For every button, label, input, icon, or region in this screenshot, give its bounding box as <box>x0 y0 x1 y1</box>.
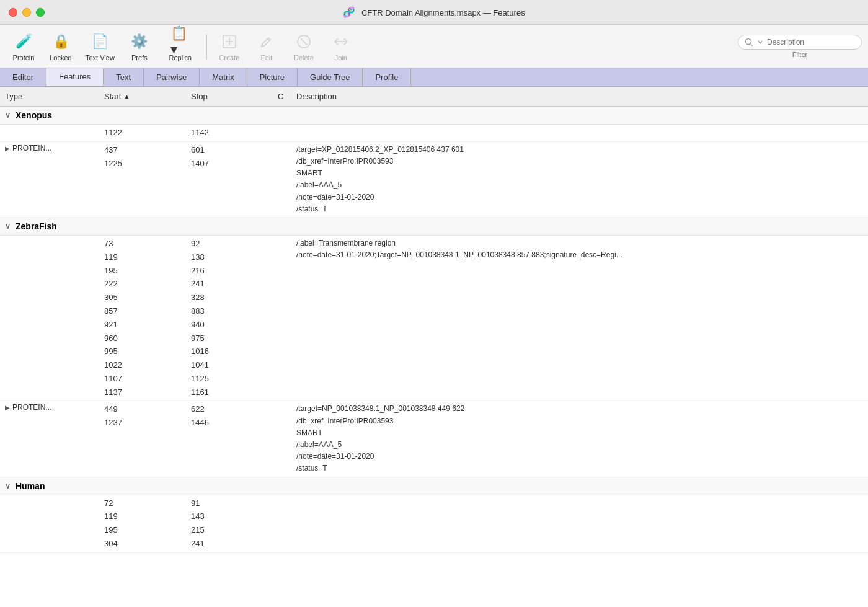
start-cell: 449 1237 <box>104 402 191 430</box>
locked-label: Locked <box>50 54 71 61</box>
tab-text[interactable]: Text <box>104 68 144 86</box>
replica-label: Replica <box>169 54 192 61</box>
table-row: 72 119 195 304 91 143 215 241 <box>0 495 868 553</box>
table-row: 73 119 195 222 305 857 921 960 995 1022 … <box>0 236 868 402</box>
start-cell: 72 119 195 304 <box>104 497 191 551</box>
toolbar: 🧪 Protein 🔒 Locked 📄 Text View ⚙️ Prefs … <box>0 25 868 68</box>
maximize-button[interactable] <box>36 8 45 17</box>
group-human-label: Human <box>16 481 45 491</box>
desc-cell <box>296 497 863 498</box>
start-cell: 1122 <box>104 126 191 140</box>
start-cell: 437 1225 <box>104 143 191 171</box>
toolbar-separator-1 <box>206 34 207 59</box>
stop-cell: 601 1407 <box>191 143 278 171</box>
tab-features[interactable]: Features <box>46 68 104 86</box>
type-cell <box>5 237 104 238</box>
tab-profile[interactable]: Profile <box>363 68 411 86</box>
edit-button[interactable]: Edit <box>249 29 284 64</box>
protein-icon: 🧪 <box>14 32 33 51</box>
prefs-button[interactable]: ⚙️ Prefs <box>122 29 157 64</box>
expand-button[interactable]: ▶ <box>5 144 10 152</box>
col-start[interactable]: Start ▲ <box>104 92 191 101</box>
locked-button[interactable]: 🔒 Locked <box>43 29 78 64</box>
window-controls <box>9 8 45 17</box>
c-cell <box>278 497 296 498</box>
group-toggle-xenopus[interactable]: ∨ <box>5 111 11 120</box>
expand-button[interactable]: ▶ <box>5 403 10 411</box>
desc-cell: /target=NP_001038348.1_NP_001038348 449 … <box>296 402 863 475</box>
group-human[interactable]: ∨ Human <box>0 477 868 495</box>
col-stop: Stop <box>191 92 278 101</box>
group-toggle-zebrafish[interactable]: ∨ <box>5 222 11 231</box>
window-title: 🧬 CFTR Domain Alignments.msapx — Feature… <box>343 6 525 18</box>
col-type: Type <box>5 92 104 101</box>
delete-button[interactable]: Delete <box>286 29 321 64</box>
tab-guide-tree[interactable]: Guide Tree <box>298 68 363 86</box>
group-xenopus-label: Xenopus <box>16 110 52 120</box>
replica-icon: 📋 ▾ <box>170 32 190 51</box>
search-icon <box>745 38 753 47</box>
edit-icon <box>257 32 277 51</box>
table-row: 1122 1142 <box>0 125 868 142</box>
search-area[interactable] <box>738 35 862 50</box>
col-c: C <box>278 92 296 101</box>
replica-button[interactable]: 📋 ▾ Replica <box>159 29 202 64</box>
type-cell <box>5 497 104 498</box>
protein-label: Protein <box>13 54 35 61</box>
delete-icon <box>294 32 314 51</box>
stop-cell: 1142 <box>191 126 278 140</box>
group-zebrafish[interactable]: ∨ ZebraFish <box>0 218 868 236</box>
main-content[interactable]: ∨ Xenopus 1122 1142 ▶ PROTEIN... 437 122… <box>0 107 868 607</box>
delete-label: Delete <box>294 54 314 61</box>
stop-cell: 92 138 216 241 328 883 940 975 1016 1041… <box>191 237 278 400</box>
search-input[interactable] <box>767 38 854 47</box>
join-icon <box>331 32 351 51</box>
c-cell <box>278 402 296 404</box>
text-view-icon: 📄 <box>90 32 110 51</box>
desc-cell <box>296 126 863 127</box>
type-cell <box>5 126 104 127</box>
col-description: Description <box>296 92 863 101</box>
stop-cell: 622 1446 <box>191 402 278 430</box>
minimize-button[interactable] <box>22 8 31 17</box>
title-icon: 🧬 <box>343 7 355 17</box>
close-button[interactable] <box>9 8 17 17</box>
type-label: PROTEIN... <box>12 403 51 412</box>
group-xenopus[interactable]: ∨ Xenopus <box>0 107 868 125</box>
chevron-down-icon <box>757 39 763 45</box>
group-zebrafish-label: ZebraFish <box>16 221 57 231</box>
c-cell <box>278 126 296 127</box>
svg-point-7 <box>746 38 751 44</box>
c-cell <box>278 237 296 238</box>
create-label: Create <box>219 54 239 61</box>
svg-line-8 <box>751 43 753 46</box>
type-label: PROTEIN... <box>12 144 51 153</box>
svg-line-5 <box>301 38 307 45</box>
locked-icon: 🔒 <box>51 32 71 51</box>
table-row: ▶ PROTEIN... 437 1225 601 1407 /target=X… <box>0 142 868 218</box>
create-icon <box>219 32 239 51</box>
prefs-label: Prefs <box>131 54 148 61</box>
type-cell: ▶ PROTEIN... <box>5 402 104 412</box>
sort-arrow-up: ▲ <box>123 93 130 100</box>
group-toggle-human[interactable]: ∨ <box>5 482 11 490</box>
stop-cell: 91 143 215 241 <box>191 497 278 551</box>
text-view-button[interactable]: 📄 Text View <box>81 29 120 64</box>
c-cell <box>278 143 296 144</box>
start-cell: 73 119 195 222 305 857 921 960 995 1022 … <box>104 237 191 400</box>
tab-editor[interactable]: Editor <box>0 68 46 86</box>
type-cell: ▶ PROTEIN... <box>5 143 104 153</box>
protein-button[interactable]: 🧪 Protein <box>6 29 41 64</box>
filter-label: Filter <box>792 51 807 58</box>
tab-pairwise[interactable]: Pairwise <box>144 68 200 86</box>
tab-bar: Editor Features Text Pairwise Matrix Pic… <box>0 68 868 87</box>
table-row: ▶ PROTEIN... 449 1237 622 1446 /target=N… <box>0 401 868 477</box>
join-button[interactable]: Join <box>324 29 358 64</box>
tab-matrix[interactable]: Matrix <box>200 68 247 86</box>
desc-cell: /target=XP_012815406.2_XP_012815406 437 … <box>296 143 863 216</box>
table-header: Type Start ▲ Stop C Description <box>0 87 868 107</box>
prefs-icon: ⚙️ <box>130 32 149 51</box>
tab-picture[interactable]: Picture <box>247 68 298 86</box>
search-container: Filter <box>738 35 862 58</box>
create-button[interactable]: Create <box>212 29 247 64</box>
